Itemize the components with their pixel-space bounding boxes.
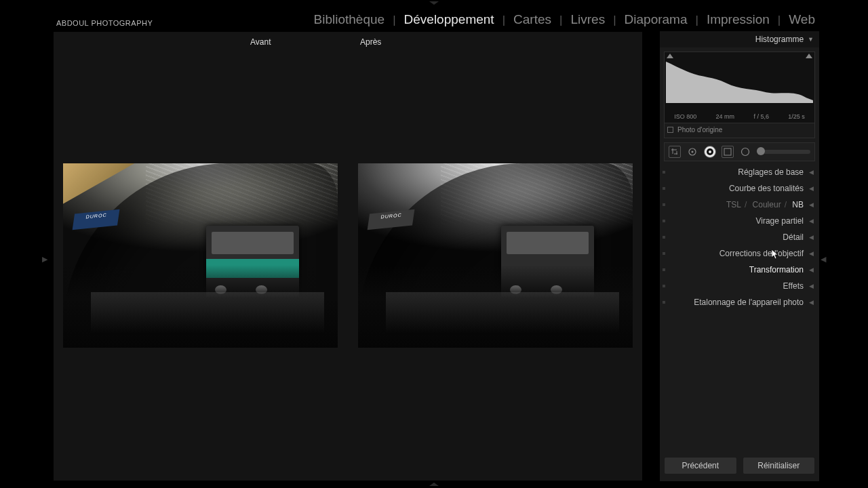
develop-canvas: Avant Après DUROC DUROC — [53, 31, 643, 481]
panel-camera-calibration[interactable]: Etalonnage de l'appareil photo◀ — [660, 294, 819, 310]
module-sep: | — [387, 14, 401, 27]
compare-labels: Avant Après — [54, 37, 642, 47]
module-develop[interactable]: Développement — [401, 12, 497, 27]
panel-basic[interactable]: Réglages de base◀ — [660, 164, 819, 180]
svg-rect-4 — [724, 148, 731, 155]
chevron-left-icon: ◀ — [809, 169, 814, 176]
module-sep: | — [608, 14, 621, 27]
exif-aperture: f / 5,6 — [753, 113, 769, 120]
hsl-tab-bw[interactable]: NB — [792, 200, 804, 209]
panel-detail[interactable]: Détail◀ — [660, 229, 819, 245]
checkbox-icon[interactable] — [667, 127, 673, 133]
chevron-left-icon: ◀ — [809, 250, 814, 257]
station-sign: DUROC — [368, 209, 415, 230]
panel-transform[interactable]: Transformation◀ — [660, 262, 819, 278]
module-sep: | — [690, 14, 704, 27]
chevron-left-icon: ◀ — [809, 201, 814, 208]
exif-focal: 24 mm — [716, 113, 735, 120]
expand-left-icon[interactable]: ▶ — [42, 255, 47, 264]
svg-point-1 — [692, 151, 694, 153]
chevron-left-icon: ◀ — [809, 299, 814, 306]
module-print[interactable]: Impression — [704, 12, 772, 27]
right-edge-strip: ◀ — [819, 31, 868, 481]
radial-filter-icon[interactable] — [739, 146, 751, 158]
histogram[interactable]: ISO 800 24 mm f / 5,6 1/25 s — [664, 52, 815, 123]
chevron-left-icon: ◀ — [809, 218, 814, 224]
before-image[interactable]: DUROC — [63, 163, 338, 348]
histogram-title: Histogramme — [755, 35, 804, 44]
chevron-left-icon: ◀ — [809, 266, 814, 273]
left-panel-collapsed: ▶ — [0, 31, 53, 481]
redeye-tool-icon[interactable] — [704, 146, 716, 158]
module-sep: | — [554, 14, 568, 27]
panel-lens-corrections[interactable]: Corrections de l'objectif◀ — [660, 245, 819, 262]
crop-tool-icon[interactable] — [669, 146, 681, 158]
develop-panel-list: Réglages de base◀ Courbe des tonalités◀ … — [660, 164, 819, 310]
module-library[interactable]: Bibliothèque — [311, 12, 388, 27]
expand-right-icon[interactable]: ◀ — [821, 255, 826, 264]
exif-shutter: 1/25 s — [788, 113, 805, 120]
module-picker: Bibliothèque | Développement | Cartes | … — [311, 12, 818, 27]
svg-point-3 — [709, 150, 711, 153]
module-map[interactable]: Cartes — [511, 12, 554, 27]
graduated-filter-icon[interactable] — [722, 146, 734, 158]
identity-plate: ABDOUL PHOTOGRAPHY — [56, 19, 153, 27]
original-photo-row[interactable]: Photo d'origine — [664, 123, 815, 138]
module-sep: | — [772, 14, 786, 27]
module-slideshow[interactable]: Diaporama — [622, 12, 690, 27]
spot-tool-icon[interactable] — [686, 146, 698, 158]
previous-button[interactable]: Précédent — [664, 457, 737, 474]
station-sign: DUROC — [73, 209, 120, 230]
chevron-down-icon: ▼ — [808, 36, 814, 43]
chevron-left-icon: ◀ — [809, 185, 814, 192]
chevron-left-icon: ◀ — [809, 283, 814, 289]
local-tools-strip — [664, 142, 815, 161]
before-label: Avant — [250, 37, 271, 47]
chevron-left-icon: ◀ — [809, 234, 814, 241]
develop-right-panel: Histogramme ▼ ISO 800 24 mm f / 5,6 1/25… — [659, 31, 819, 481]
hsl-tab-tsl[interactable]: TSL — [726, 200, 741, 209]
svg-point-5 — [742, 148, 749, 156]
module-sep: | — [497, 14, 511, 27]
brush-size-slider[interactable] — [757, 150, 810, 154]
after-label: Après — [360, 37, 381, 47]
after-image[interactable]: DUROC — [358, 163, 633, 348]
hsl-tab-color[interactable]: Couleur — [753, 200, 781, 209]
exif-iso: ISO 800 — [674, 113, 696, 120]
module-book[interactable]: Livres — [568, 12, 608, 27]
bottom-panel-toggle-icon[interactable] — [429, 483, 439, 487]
reset-button[interactable]: Réinitialiser — [743, 457, 816, 474]
top-bar: ABDOUL PHOTOGRAPHY Bibliothèque | Dévelo… — [0, 0, 868, 31]
original-photo-label: Photo d'origine — [677, 126, 722, 134]
panel-split-toning[interactable]: Virage partiel◀ — [660, 213, 819, 229]
panel-tonecurve[interactable]: Courbe des tonalités◀ — [660, 180, 819, 197]
panel-hsl[interactable]: TSL/ Couleur/ NB ◀ — [660, 197, 819, 213]
histogram-header[interactable]: Histogramme ▼ — [660, 31, 819, 47]
panel-effects[interactable]: Effets◀ — [660, 278, 819, 294]
module-web[interactable]: Web — [786, 12, 818, 27]
